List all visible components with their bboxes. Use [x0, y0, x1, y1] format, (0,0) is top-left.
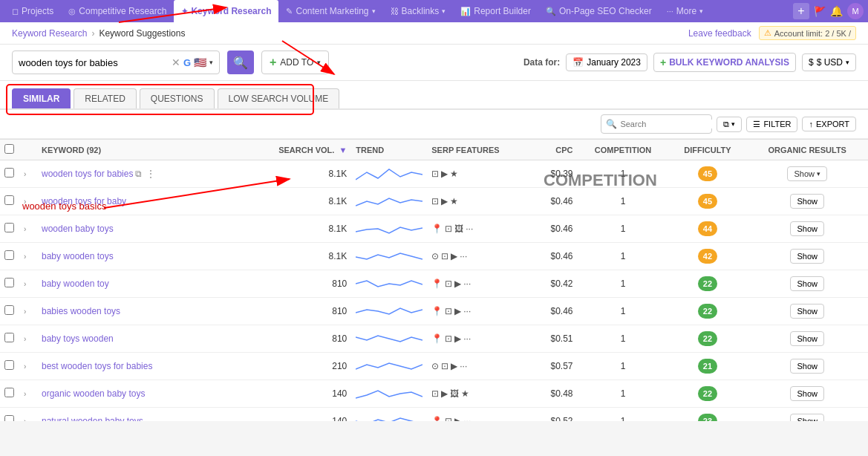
- copy-button[interactable]: ⧉ ▾: [717, 117, 742, 132]
- expand-icon[interactable]: ›: [24, 307, 26, 316]
- add-icon: +: [270, 56, 276, 69]
- nav-item-seo[interactable]: 🔍 On-Page SEO Checker: [538, 0, 659, 22]
- serp-feature-icon: ▶: [454, 416, 461, 421]
- more-kw-icon[interactable]: ⋮: [146, 169, 155, 179]
- nav-item-projects[interactable]: ◻ Projects: [4, 0, 61, 22]
- organic-show-button[interactable]: Show: [790, 221, 824, 236]
- clear-icon[interactable]: ✕: [172, 56, 180, 68]
- row-checkbox[interactable]: [4, 195, 14, 205]
- serp-feature-icon: ▶: [441, 169, 448, 179]
- col-vol-header[interactable]: SEARCH VOL. ▼: [244, 140, 351, 160]
- expand-icon[interactable]: ›: [24, 280, 26, 288]
- search-button[interactable]: 🔍: [227, 51, 254, 74]
- dropdown-arrow-icon[interactable]: ▾: [209, 59, 213, 66]
- nav-label-keyword: Keyword Research: [191, 6, 271, 16]
- serp-features: 📍⊡🖼···: [431, 224, 529, 234]
- organic-show-dropdown[interactable]: Show▾: [787, 166, 827, 181]
- nav-label-competitive: Competitive Research: [79, 6, 166, 16]
- col-organic-header[interactable]: ORGANIC RESULTS: [746, 140, 868, 160]
- row-checkbox[interactable]: [4, 250, 14, 260]
- nav-item-content[interactable]: ✎ Content Marketing ▾: [278, 0, 382, 22]
- table-row: ›organic wooden baby toys140 ⊡▶🖼★$0.4812…: [0, 380, 868, 408]
- copy-kw-icon[interactable]: ⧉: [135, 169, 142, 179]
- tab-related[interactable]: RELATED: [74, 88, 136, 108]
- select-all-checkbox[interactable]: [4, 144, 14, 154]
- row-checkbox[interactable]: [4, 415, 14, 421]
- export-button[interactable]: ↑ EXPORT: [802, 117, 856, 131]
- nav-item-keyword[interactable]: ✦ Keyword Research: [174, 0, 278, 22]
- row-checkbox[interactable]: [4, 305, 14, 315]
- tab-similar[interactable]: SIMILAR: [12, 88, 71, 108]
- col-trend-header[interactable]: TREND: [351, 140, 427, 160]
- serp-features: ⊙⊡▶···: [431, 361, 529, 371]
- seo-icon: 🔍: [546, 7, 556, 16]
- organic-show-button[interactable]: Show: [790, 249, 824, 264]
- row-checkbox[interactable]: [4, 278, 14, 287]
- competition-value: 1: [578, 298, 669, 325]
- competition-value: 1: [578, 325, 669, 353]
- currency-dropdown-icon: ▾: [846, 59, 849, 66]
- organic-dropdown-icon: ▾: [817, 170, 820, 177]
- expand-icon[interactable]: ›: [24, 225, 26, 233]
- col-serp-header[interactable]: SERP FEATURES: [427, 140, 534, 160]
- row-checkbox[interactable]: [4, 223, 14, 232]
- col-cpc-header[interactable]: CPC: [534, 140, 577, 160]
- nav-item-report[interactable]: 📊 Report Builder: [453, 0, 538, 22]
- nav-item-backlinks[interactable]: ⛓ Backlinks ▾: [383, 0, 454, 22]
- table-row: ›baby wooden toy810 📍⊡▶···$0.42122Show: [0, 270, 868, 298]
- breadcrumb-parent[interactable]: Keyword Research: [12, 28, 87, 39]
- serp-feature-icon: ⊡: [445, 224, 452, 234]
- feedback-link[interactable]: Leave feedback: [688, 28, 751, 39]
- difficulty-badge: 22: [698, 304, 717, 319]
- search-volume: 810: [244, 325, 351, 353]
- serp-header-label: SERP FEATURES: [431, 146, 499, 154]
- nav-item-more[interactable]: ··· More ▾: [659, 0, 711, 22]
- row-checkbox[interactable]: [4, 333, 14, 342]
- organic-show-button[interactable]: Show: [790, 276, 824, 291]
- expand-icon[interactable]: ›: [24, 390, 26, 398]
- bell-icon[interactable]: 🔔: [830, 5, 843, 17]
- col-keyword-header[interactable]: KEYWORD (92): [37, 140, 244, 160]
- date-picker-button[interactable]: 📅 January 2023: [566, 53, 647, 71]
- row-checkbox[interactable]: [4, 360, 14, 370]
- row-checkbox[interactable]: [4, 168, 14, 177]
- cpc-header-label: CPC: [555, 146, 572, 154]
- add-to-button[interactable]: + ADD TO ▾: [261, 51, 329, 74]
- nav-plus-button[interactable]: +: [793, 3, 809, 19]
- expand-icon[interactable]: ›: [24, 362, 26, 371]
- serp-features: ⊙⊡▶···: [431, 251, 529, 261]
- expand-icon[interactable]: ›: [24, 335, 26, 343]
- expand-icon[interactable]: ›: [24, 170, 26, 178]
- search-input[interactable]: [19, 57, 169, 68]
- nav-item-competitive[interactable]: ◎ Competitive Research: [61, 0, 174, 22]
- search-input-wrapper[interactable]: ✕ G 🇺🇸 ▾: [12, 51, 220, 74]
- backlinks-icon: ⛓: [391, 7, 399, 16]
- difficulty-badge: 22: [698, 276, 717, 291]
- col-comp-header[interactable]: COMPETITION: [578, 140, 669, 160]
- flag-us-icon[interactable]: 🇺🇸: [194, 56, 206, 68]
- col-diff-header[interactable]: DIFFICULTY: [669, 140, 747, 160]
- table-search-wrapper[interactable]: 🔍: [601, 114, 712, 134]
- table-search-input[interactable]: [620, 120, 722, 128]
- organic-show-button[interactable]: Show: [790, 331, 824, 346]
- filter-button[interactable]: ☰ FILTER: [746, 117, 797, 132]
- organic-show-button[interactable]: Show: [790, 304, 824, 319]
- organic-show-button[interactable]: Show: [790, 359, 824, 374]
- nav-label-report: Report Builder: [474, 6, 531, 16]
- row-checkbox[interactable]: [4, 388, 14, 397]
- keyword-text: wooden toys for baby: [42, 196, 126, 206]
- bulk-keyword-button[interactable]: + BULK KEYWORD ANALYSIS: [653, 53, 796, 72]
- organic-show-button[interactable]: Show: [790, 194, 824, 209]
- backlinks-dropdown-icon: ▾: [442, 7, 446, 15]
- search-volume: 140: [244, 380, 351, 408]
- expand-icon[interactable]: ›: [24, 253, 26, 261]
- expand-icon[interactable]: ›: [24, 417, 26, 421]
- organic-show-button[interactable]: Show: [790, 386, 824, 401]
- tab-questions[interactable]: QUESTIONS: [140, 88, 215, 108]
- tab-low-search[interactable]: LOW SEARCH VOLUME: [218, 88, 340, 108]
- organic-show-button[interactable]: Show: [790, 414, 824, 421]
- currency-button[interactable]: $ $ USD ▾: [802, 53, 856, 71]
- serp-features: 📍⊡▶···: [431, 306, 529, 316]
- expand-icon[interactable]: ›: [24, 198, 26, 206]
- user-avatar[interactable]: M: [847, 3, 864, 19]
